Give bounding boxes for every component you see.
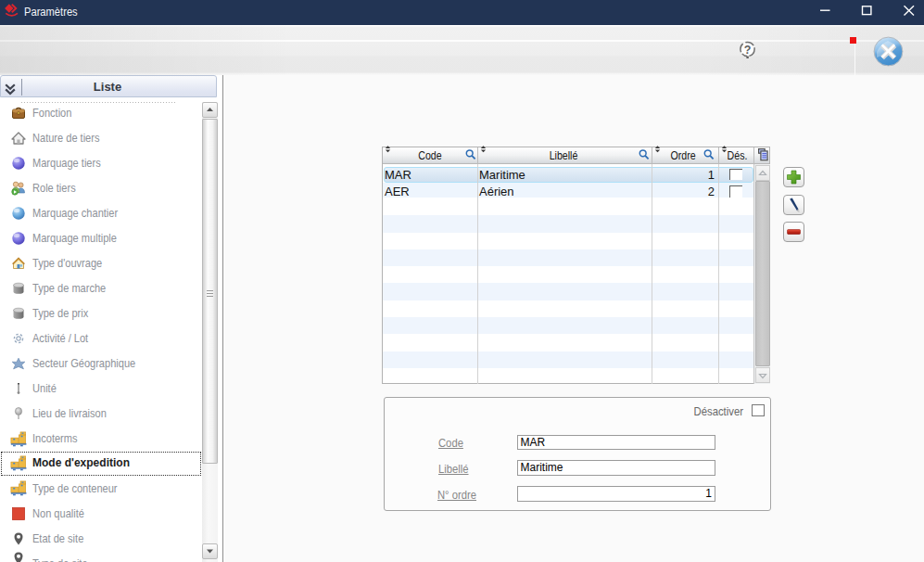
svg-text:?: ? [744, 44, 752, 57]
